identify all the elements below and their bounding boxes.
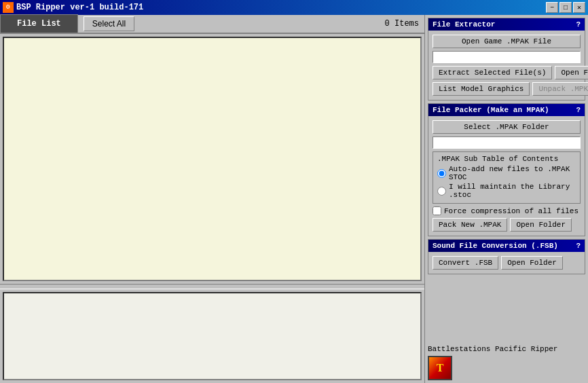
- bottom-preview-area: [3, 292, 422, 380]
- logo-char: T: [437, 362, 444, 374]
- left-panel: File List Select All 0 Items: [0, 15, 425, 383]
- items-count: 0 Items: [385, 19, 419, 29]
- select-all-button[interactable]: Select All: [84, 16, 134, 31]
- unpack-mpkg-button[interactable]: Unpack .MPKG: [532, 82, 588, 96]
- radio-manual: I will maintain the Library .stoc: [437, 183, 576, 199]
- file-extractor-section: File Extractor ? Open Game .MPAK File Ex…: [428, 18, 585, 101]
- app-logo: T: [428, 356, 452, 380]
- app-info-section: Battlestations Pacific Ripper T: [428, 345, 585, 380]
- stoc-group-title: .MPAK Sub Table of Contents: [437, 155, 576, 163]
- open-folder-button-1[interactable]: Open Folder: [555, 66, 588, 79]
- radio-manual-input[interactable]: [437, 187, 446, 196]
- file-packer-header: File Packer (Make an MPAK) ?: [428, 104, 585, 116]
- file-packer-title: File Packer (Make an MPAK): [433, 106, 549, 114]
- pack-new-mpak-button[interactable]: Pack New .MPAK: [433, 218, 507, 232]
- radio-auto-add-label: Auto-add new files to .MPAK STOC: [449, 165, 576, 181]
- title-bar-left: ⚙ BSP Ripper ver-1 build-171: [3, 2, 143, 13]
- select-mpak-folder-button[interactable]: Select .MPAK Folder: [433, 120, 581, 134]
- list-model-graphics-button[interactable]: List Model Graphics: [433, 82, 530, 96]
- convert-row: Convert .FSB Open Folder: [433, 256, 581, 270]
- sound-conversion-content: Convert .FSB Open Folder: [428, 252, 585, 274]
- file-list-tab: File List: [0, 14, 78, 33]
- radio-auto-add-input[interactable]: [437, 169, 446, 178]
- extract-button[interactable]: Extract Selected File(s): [433, 66, 552, 79]
- app-title: BSP Ripper ver-1 build-171: [16, 3, 143, 12]
- radio-manual-label: I will maintain the Library .stoc: [449, 183, 576, 199]
- horizontal-divider: [0, 284, 424, 289]
- sound-conversion-section: Sound File Conversion (.FSB) ? Convert .…: [428, 239, 585, 274]
- mpak-file-field[interactable]: [433, 51, 581, 63]
- file-packer-help[interactable]: ?: [576, 106, 581, 114]
- main-container: File List Select All 0 Items File Extrac…: [0, 15, 588, 383]
- mpak-folder-field[interactable]: [433, 136, 581, 149]
- right-panel: File Extractor ? Open Game .MPAK File Ex…: [425, 15, 588, 383]
- file-extractor-header: File Extractor ?: [428, 18, 585, 31]
- maximize-button[interactable]: □: [559, 2, 572, 13]
- model-graphics-row: List Model Graphics Unpack .MPKG: [433, 82, 581, 96]
- file-list-area[interactable]: [3, 37, 422, 281]
- file-list-header: File List Select All 0 Items: [0, 15, 424, 34]
- sound-conversion-header: Sound File Conversion (.FSB) ?: [428, 240, 585, 252]
- radio-auto-add: Auto-add new files to .MPAK STOC: [437, 165, 576, 181]
- compression-label: Force compression of all files: [444, 207, 578, 215]
- stoc-radio-group: .MPAK Sub Table of Contents Auto-add new…: [433, 151, 581, 204]
- file-extractor-help[interactable]: ?: [576, 20, 581, 29]
- open-folder-button-3[interactable]: Open Folder: [501, 256, 563, 270]
- sound-conversion-title: Sound File Conversion (.FSB): [433, 242, 558, 250]
- open-folder-button-2[interactable]: Open Folder: [510, 218, 572, 232]
- minimize-button[interactable]: −: [546, 2, 558, 13]
- file-extractor-content: Open Game .MPAK File Extract Selected Fi…: [428, 31, 585, 100]
- close-button[interactable]: ✕: [573, 2, 585, 13]
- extract-row: Extract Selected File(s) Open Folder: [433, 66, 581, 79]
- pack-row: Pack New .MPAK Open Folder: [433, 218, 581, 232]
- file-packer-content: Select .MPAK Folder .MPAK Sub Table of C…: [428, 116, 585, 236]
- app-name: Battlestations Pacific Ripper: [428, 345, 585, 353]
- compression-checkbox[interactable]: [433, 206, 441, 215]
- app-icon: ⚙: [3, 2, 14, 13]
- file-packer-section: File Packer (Make an MPAK) ? Select .MPA…: [428, 103, 585, 236]
- title-bar: ⚙ BSP Ripper ver-1 build-171 − □ ✕: [0, 0, 588, 15]
- open-game-button[interactable]: Open Game .MPAK File: [433, 35, 581, 48]
- convert-fsb-button[interactable]: Convert .FSB: [433, 256, 498, 270]
- file-extractor-title: File Extractor: [433, 20, 495, 29]
- title-bar-buttons: − □ ✕: [546, 2, 585, 13]
- sound-conversion-help[interactable]: ?: [576, 242, 581, 250]
- compression-checkbox-row: Force compression of all files: [433, 206, 581, 215]
